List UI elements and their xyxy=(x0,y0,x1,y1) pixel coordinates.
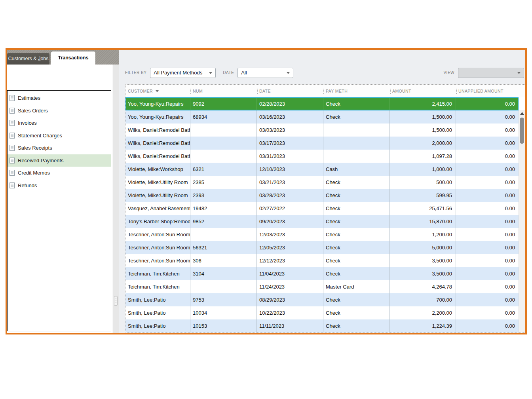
table-row[interactable]: Vasquez, Anabel:Basement R... 19482 02/2… xyxy=(125,202,519,215)
cell-unapplied-amount: 0.00 xyxy=(456,137,519,150)
sidebar-item[interactable]: Credit Memos xyxy=(8,167,111,179)
cell-amount: 3,500.00 xyxy=(390,254,456,267)
date-dropdown[interactable]: All xyxy=(238,68,293,78)
vertical-scrollbar[interactable] xyxy=(519,110,525,332)
cell-unapplied-amount: 0.00 xyxy=(456,97,519,110)
cell-unapplied-amount: 0.00 xyxy=(456,150,519,163)
sidebar-item-label: Sales Receipts xyxy=(18,145,52,151)
table-row[interactable]: Tony's Barber Shop:Remodel 9852 09/20/20… xyxy=(125,215,519,228)
cell-date: 03/21/2023 xyxy=(257,176,323,189)
sidebar-item[interactable]: Sales Receipts xyxy=(8,142,111,154)
table-row[interactable]: Teschner, Anton:Sun Room 12/03/2023 Chec… xyxy=(125,228,519,241)
cell-date: 03/16/2023 xyxy=(257,110,323,124)
transactions-table: CUSTOMER NUM DATE PAY METH AMOUNT UNAPPL… xyxy=(125,84,525,333)
splitter-grip[interactable] xyxy=(114,296,118,306)
tab-customers-jobs[interactable]: Customers & Jobs xyxy=(7,53,49,65)
chevron-down-icon xyxy=(209,72,212,74)
table-body: Yoo, Young-Kyu:Repairs 9092 02/28/2023 C… xyxy=(125,97,525,332)
cell-date: 12/03/2023 xyxy=(257,228,323,241)
table-row[interactable]: Violette, Mike:Utility Room 2393 03/28/2… xyxy=(125,189,519,202)
cell-num: 2385 xyxy=(190,176,257,189)
column-header-pay-meth[interactable]: PAY METH xyxy=(323,85,390,97)
table-row[interactable]: Teichman, Tim:Kitchen 3104 11/04/2023 Ch… xyxy=(125,267,519,280)
table-row[interactable]: Wilks, Daniel:Remodel Bathro... 03/31/20… xyxy=(125,150,519,163)
cell-pay-meth: Cash xyxy=(323,163,390,176)
cell-date: 09/20/2023 xyxy=(257,215,323,228)
customer-center-window: Customers & Jobs Transactions xyxy=(6,48,527,334)
sidebar-item[interactable]: Invoices xyxy=(8,117,111,129)
table-row[interactable]: Violette, Mike:Utility Room 2385 03/21/2… xyxy=(125,176,519,189)
cell-customer: Tony's Barber Shop:Remodel xyxy=(125,215,190,228)
cell-pay-meth: Check xyxy=(323,228,390,241)
column-header-label: UNAPPLIED AMOUNT xyxy=(458,89,504,93)
cell-unapplied-amount: 0.00 xyxy=(456,306,519,319)
column-header-label: DATE xyxy=(259,89,271,93)
cell-amount: 2,200.00 xyxy=(390,306,456,319)
cell-unapplied-amount: 0.00 xyxy=(456,124,519,137)
sidebar-item[interactable]: Refunds xyxy=(8,179,111,192)
cell-amount: 1,500.00 xyxy=(390,124,456,137)
document-icon xyxy=(10,182,15,188)
sidebar-item[interactable]: Estimates xyxy=(8,92,111,104)
table-row[interactable]: Violette, Mike:Workshop 6321 12/10/2023 … xyxy=(125,163,519,176)
column-header-date[interactable]: DATE xyxy=(257,85,323,97)
cell-date: 11/04/2023 xyxy=(257,267,323,280)
sort-descending-icon xyxy=(156,90,159,92)
cell-pay-meth xyxy=(323,124,390,137)
cell-date: 11/11/2023 xyxy=(257,319,323,332)
column-header-amount[interactable]: AMOUNT xyxy=(390,85,456,97)
cell-num: 306 xyxy=(190,254,257,267)
cell-unapplied-amount: 0.00 xyxy=(456,254,519,267)
sidebar-item-label: Refunds xyxy=(18,182,37,188)
splitter-track xyxy=(112,65,119,333)
cell-unapplied-amount: 0.00 xyxy=(456,176,519,189)
sidebar-item[interactable]: Received Payments xyxy=(8,154,111,167)
cell-unapplied-amount: 0.00 xyxy=(456,202,519,215)
document-icon xyxy=(10,95,15,101)
cell-customer: Teschner, Anton:Sun Room xyxy=(125,254,190,267)
column-header-label: CUSTOMER xyxy=(128,89,153,93)
view-label: VIEW xyxy=(443,70,454,75)
cell-pay-meth xyxy=(323,137,390,150)
sidebar-item[interactable]: Statement Charges xyxy=(8,129,111,142)
table-row[interactable]: Wilks, Daniel:Remodel Bathro... 03/17/20… xyxy=(125,137,519,150)
column-header-customer[interactable]: CUSTOMER xyxy=(125,85,190,97)
table-row[interactable]: Yoo, Young-Kyu:Repairs 68934 03/16/2023 … xyxy=(125,110,519,124)
cell-date: 12/10/2023 xyxy=(257,163,323,176)
table-row[interactable]: Smith, Lee:Patio 10153 11/11/2023 Check … xyxy=(125,319,519,332)
table-row[interactable]: Smith, Lee:Patio 10034 10/22/2023 Check … xyxy=(125,306,519,319)
table-row[interactable]: Yoo, Young-Kyu:Repairs 9092 02/28/2023 C… xyxy=(125,97,519,110)
cell-num: 10034 xyxy=(190,306,257,319)
table-row[interactable]: Teschner, Anton:Sun Room 56321 12/05/202… xyxy=(125,241,519,254)
filter-by-dropdown[interactable]: All Payment Methods xyxy=(150,68,216,78)
column-header-num[interactable]: NUM xyxy=(190,85,257,97)
cell-date: 08/29/2023 xyxy=(257,293,323,306)
cell-unapplied-amount: 0.00 xyxy=(456,189,519,202)
cell-amount: 1,200.00 xyxy=(390,228,456,241)
sidebar-item-label: Credit Memos xyxy=(18,170,50,176)
sidebar-item[interactable]: Sales Orders xyxy=(8,104,111,117)
cell-date: 02/27/2022 xyxy=(257,202,323,215)
column-header-label: PAY METH xyxy=(326,89,348,93)
cell-num: 9092 xyxy=(190,97,257,110)
cell-unapplied-amount: 0.00 xyxy=(456,280,519,293)
cell-date: 12/12/2023 xyxy=(257,254,323,267)
view-dropdown[interactable] xyxy=(458,68,524,78)
cell-num: 19482 xyxy=(190,202,257,215)
cell-customer: Smith, Lee:Patio xyxy=(125,319,190,332)
cell-unapplied-amount: 0.00 xyxy=(456,267,519,280)
table-row[interactable]: Teichman, Tim:Kitchen 11/24/2023 Master … xyxy=(125,280,519,293)
sidebar-item-label: Invoices xyxy=(18,120,37,126)
column-header-unapplied-amount[interactable]: UNAPPLIED AMOUNT xyxy=(456,85,525,97)
scroll-up-button[interactable] xyxy=(519,110,525,117)
cell-pay-meth: Check xyxy=(323,306,390,319)
cell-customer: Smith, Lee:Patio xyxy=(125,293,190,306)
table-row[interactable]: Smith, Lee:Patio 9753 08/29/2023 Check 7… xyxy=(125,293,519,306)
document-icon xyxy=(10,145,15,151)
cell-amount: 1,000.00 xyxy=(390,163,456,176)
document-icon xyxy=(10,120,15,126)
table-row[interactable]: Teschner, Anton:Sun Room 306 12/12/2023 … xyxy=(125,254,519,267)
table-row[interactable]: Wilks, Daniel:Remodel Bathro... 03/03/20… xyxy=(125,124,519,137)
tab-transactions[interactable]: Transactions xyxy=(51,51,95,65)
scrollbar-thumb[interactable] xyxy=(520,118,524,144)
